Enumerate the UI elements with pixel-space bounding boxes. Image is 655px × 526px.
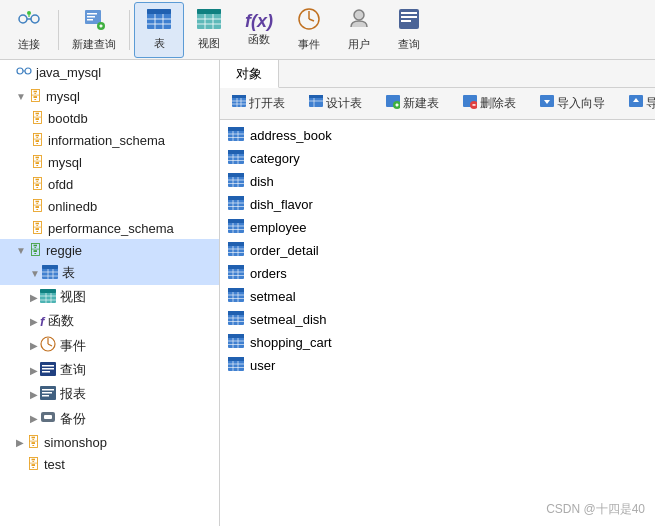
expand-icon-mysql: ▼ — [16, 91, 26, 102]
svg-point-1 — [31, 15, 39, 23]
ofdd-label: ofdd — [48, 177, 73, 192]
sidebar-item-simonshop[interactable]: ▶ 🗄 simonshop — [0, 431, 219, 453]
toolbar-connect[interactable]: 连接 — [4, 2, 54, 58]
sidebar-item-information-schema[interactable]: 🗄 information_schema — [0, 129, 219, 151]
table-row-employee[interactable]: employee — [220, 216, 655, 239]
expand-icon-events: ▶ — [30, 340, 38, 351]
toolbar-function[interactable]: f(x) 函数 — [234, 2, 284, 58]
svg-point-27 — [354, 10, 364, 20]
queries-label: 查询 — [60, 361, 86, 379]
table-row-icon-employee — [228, 219, 244, 236]
function-icon: f(x) — [245, 12, 273, 30]
main-layout: java_mysql ▼ 🗄 mysql 🗄 bootdb 🗄 informat… — [0, 60, 655, 526]
db-icon-simonshop: 🗄 — [26, 434, 40, 450]
svg-rect-51 — [42, 365, 54, 367]
sidebar-item-reggie-reports[interactable]: ▶ 报表 — [0, 382, 219, 406]
svg-rect-142 — [228, 357, 244, 361]
svg-rect-76 — [473, 104, 476, 106]
sidebar-item-reggie-tables[interactable]: ▼ 表 — [0, 261, 219, 285]
db-icon-performance-schema: 🗄 — [30, 220, 44, 236]
expand-icon-simonshop: ▶ — [16, 437, 24, 448]
svg-rect-88 — [228, 150, 244, 154]
expand-icon-views: ▶ — [30, 292, 38, 303]
db-icon-reggie: 🗄 — [28, 242, 42, 258]
sidebar-item-mysql-db[interactable]: 🗄 mysql — [0, 151, 219, 173]
toolbar-query-label: 查询 — [398, 37, 420, 52]
sidebar-item-reggie-views[interactable]: ▶ 视图 — [0, 285, 219, 309]
toolbar-new-query[interactable]: 新建查询 — [63, 2, 125, 58]
design-table-button[interactable]: 设计表 — [303, 92, 368, 115]
table-row-shopping-cart[interactable]: shopping_cart — [220, 331, 655, 354]
db-icon-ofdd: 🗄 — [30, 176, 44, 192]
import-wizard-button[interactable]: 导入向导 — [534, 92, 611, 115]
table-row-icon-user — [228, 357, 244, 374]
table-row-orders[interactable]: orders — [220, 262, 655, 285]
design-table-icon — [309, 95, 323, 112]
table-name-shopping-cart: shopping_cart — [250, 335, 332, 350]
table-row-icon-order-detail — [228, 242, 244, 259]
open-table-button[interactable]: 打开表 — [226, 92, 291, 115]
toolbar-user[interactable]: 用户 — [334, 2, 384, 58]
import-wizard-icon — [540, 95, 554, 112]
svg-rect-57 — [42, 395, 49, 397]
views-label: 视图 — [60, 288, 86, 306]
table-row-dish-flavor[interactable]: dish_flavor — [220, 193, 655, 216]
sidebar-item-test[interactable]: ▶ 🗄 test — [0, 453, 219, 475]
performance-schema-label: performance_schema — [48, 221, 174, 236]
svg-rect-106 — [228, 219, 244, 223]
sidebar-item-reggie-queries[interactable]: ▶ 查询 — [0, 358, 219, 382]
reggie-label: reggie — [46, 243, 82, 258]
connection-icon — [16, 63, 32, 82]
table-name-address-book: address_book — [250, 128, 332, 143]
sidebar-item-onlinedb[interactable]: 🗄 onlinedb — [0, 195, 219, 217]
export-wizard-button[interactable]: 导 — [623, 92, 655, 115]
new-table-icon — [386, 95, 400, 112]
table-row-user[interactable]: user — [220, 354, 655, 377]
table-row-setmeal[interactable]: setmeal — [220, 285, 655, 308]
table-row-icon-dish-flavor — [228, 196, 244, 213]
sidebar-item-bootdb[interactable]: 🗄 bootdb — [0, 107, 219, 129]
db-icon-mysql: 🗄 — [28, 88, 42, 104]
sidebar-item-performance-schema[interactable]: 🗄 performance_schema — [0, 217, 219, 239]
user-icon — [347, 7, 371, 35]
expand-icon-queries: ▶ — [30, 365, 38, 376]
svg-line-26 — [309, 19, 314, 21]
sidebar-item-mysql[interactable]: ▼ 🗄 mysql — [0, 85, 219, 107]
table-row-icon-category — [228, 150, 244, 167]
sidebar-item-reggie[interactable]: ▼ 🗄 reggie — [0, 239, 219, 261]
toolbar-view[interactable]: 视图 — [184, 2, 234, 58]
svg-rect-8 — [87, 19, 93, 21]
svg-rect-29 — [401, 12, 417, 14]
table-list: address_book category — [220, 120, 655, 526]
table-name-dish: dish — [250, 174, 274, 189]
table-row-category[interactable]: category — [220, 147, 655, 170]
toolbar-table[interactable]: 表 — [134, 2, 184, 58]
sidebar-item-reggie-backup[interactable]: ▶ 备份 — [0, 406, 219, 431]
toolbar-event[interactable]: 事件 — [284, 2, 334, 58]
sidebar-item-ofdd[interactable]: 🗄 ofdd — [0, 173, 219, 195]
svg-rect-59 — [44, 415, 52, 419]
sidebar-item-reggie-functions[interactable]: ▶ f 函数 — [0, 309, 219, 333]
table-name-employee: employee — [250, 220, 306, 235]
functions-icon: f — [40, 314, 44, 329]
sidebar-item-java-mysql[interactable]: java_mysql — [0, 60, 219, 85]
db-icon-information-schema: 🗄 — [30, 132, 44, 148]
new-table-button[interactable]: 新建表 — [380, 92, 445, 115]
sidebar-item-reggie-events[interactable]: ▶ 事件 — [0, 333, 219, 358]
event-icon — [297, 7, 321, 35]
toolbar-query[interactable]: 查询 — [384, 2, 434, 58]
tab-objects[interactable]: 对象 — [220, 60, 279, 88]
svg-rect-31 — [401, 20, 411, 22]
svg-rect-52 — [42, 368, 54, 370]
table-row-dish[interactable]: dish — [220, 170, 655, 193]
delete-table-button[interactable]: 删除表 — [457, 92, 522, 115]
java-mysql-label: java_mysql — [36, 65, 101, 80]
table-name-setmeal-dish: setmeal_dish — [250, 312, 327, 327]
onlinedb-label: onlinedb — [48, 199, 97, 214]
svg-point-32 — [17, 68, 23, 74]
svg-rect-112 — [228, 242, 244, 246]
table-row-address-book[interactable]: address_book — [220, 124, 655, 147]
svg-rect-53 — [42, 371, 50, 373]
table-row-order-detail[interactable]: order_detail — [220, 239, 655, 262]
table-row-setmeal-dish[interactable]: setmeal_dish — [220, 308, 655, 331]
